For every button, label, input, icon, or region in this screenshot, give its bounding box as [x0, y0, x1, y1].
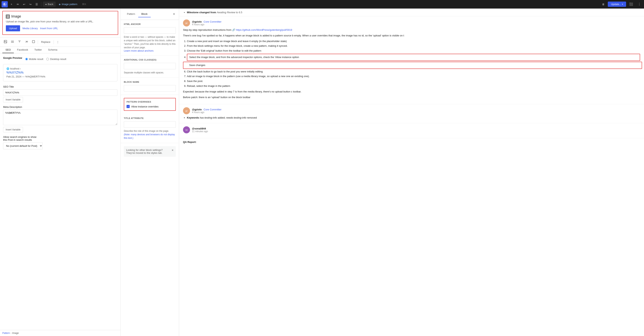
link-button[interactable] — [23, 39, 30, 45]
image-icon — [6, 14, 10, 18]
block-notice-close-button[interactable]: × — [172, 148, 174, 152]
seo-tabs: SEO Facebook Twitter Schema — [0, 47, 120, 53]
wp-logo[interactable] — [2, 1, 8, 8]
image-tool-button[interactable] — [2, 39, 8, 45]
block-settings-notice: Looking for other block settings? They'v… — [124, 146, 176, 157]
back-arrow-icon: ◂ — [45, 3, 46, 6]
left-panel: Image Upload an image file, pick one fro… — [0, 8, 121, 336]
toolbar-right: 🖥 Update... ▾ ⬛ ⋮ — [600, 1, 642, 7]
comments-panel: Milestone changed from Awaiting Review t… — [179, 8, 644, 336]
search-engine-select[interactable]: No (current default for Post) Yes No — [3, 142, 43, 149]
comment-2-avatar: gz — [183, 107, 190, 114]
html-anchor-input[interactable] — [124, 27, 176, 34]
comment-2-role: Core Committer — [204, 108, 222, 111]
list-view-button[interactable]: ☰ — [34, 2, 40, 7]
milestone-text: Milestone changed from Awaiting Review t… — [187, 11, 242, 14]
github-link[interactable]: 🔗 https://github.com/WordPress/gutenberg… — [232, 28, 292, 31]
step-1: Create a new post and insert an image bl… — [187, 39, 640, 44]
back-button[interactable]: ◂ Back — [43, 2, 56, 7]
panel-close-button[interactable]: × — [172, 11, 176, 17]
image-block-description: Upload an image file, pick one from your… — [6, 20, 115, 23]
meta-insert-variable-button[interactable]: Insert Variable — [3, 127, 23, 132]
redo-button[interactable]: ↪ — [28, 2, 33, 7]
panel-tabs: Pattern Block — [124, 11, 151, 17]
list-icon: ☰ — [36, 3, 38, 6]
comment-3-meta: @sonali844 11 minutes ago — [192, 127, 208, 133]
allow-overrides-label: Allow instance overrides — [131, 105, 158, 108]
image-block-header: Image — [6, 14, 115, 18]
comment-1-avatar: gz — [183, 20, 190, 26]
comment-1-role: Core Committer — [204, 20, 222, 23]
breadcrumb: Pattern › Image — [0, 330, 120, 336]
step-8: Save the post. — [187, 79, 640, 83]
seo-title-label: SEO Title — [3, 85, 118, 88]
tab-seo[interactable]: SEO — [2, 47, 14, 53]
block-toolbar: Replace ⋮ — [0, 37, 120, 47]
keyword-update-item: Keywords has-testing-info added; needs-t… — [187, 116, 640, 120]
keyboard-shortcut: ⌘K — [82, 3, 86, 6]
block-name-input[interactable] — [124, 85, 176, 92]
tab-facebook[interactable]: Facebook — [14, 47, 31, 53]
text-button[interactable] — [16, 39, 22, 45]
title-attribute-title: TITLE ATTRIBUTE — [124, 117, 176, 119]
media-library-button[interactable]: Media Library — [22, 27, 38, 30]
search-engine-label: Allow search engines to show this Post i… — [3, 136, 118, 141]
seo-content: Google Preview Mobile result Desktop res… — [0, 53, 120, 330]
breadcrumb-current: Image — [12, 332, 19, 334]
google-preview-title: %%XYZ%% — [6, 71, 114, 74]
undo-button[interactable]: ↩ — [22, 2, 27, 7]
seo-title-field: SEO Title Insert Variable — [3, 85, 118, 102]
globe-icon: 🌐 — [6, 67, 9, 70]
more-block-options-button[interactable]: ⋮ — [55, 39, 61, 45]
edit-button[interactable]: ✏ — [15, 2, 21, 7]
allow-overrides-row: ✓ Allow instance overrides — [126, 105, 173, 108]
svg-rect-7 — [32, 40, 35, 43]
google-preview-box: 🌐 localhost › %%XYZ%% Feb 21, 2024 — %%Q… — [3, 64, 118, 81]
tab-twitter[interactable]: Twitter — [31, 47, 45, 53]
more-options-button[interactable]: ⋮ — [636, 1, 642, 7]
step-3: Choose the 'Edit original' button from t… — [187, 49, 640, 53]
breadcrumb-pattern-link[interactable]: Pattern — [2, 332, 10, 334]
add-button[interactable]: ＋ — [8, 1, 14, 7]
monitor-icon: 🖥 — [602, 3, 605, 6]
title-attribute-note-link[interactable]: (Note: many devices and browsers do not … — [124, 133, 175, 140]
mobile-radio-option[interactable]: Mobile result — [25, 58, 44, 60]
comment-2: gz @gziolo Core Committer 4 hours ago Ke… — [179, 104, 644, 123]
comment-1-body: Step-by-step reproduction instructions f… — [183, 28, 640, 99]
align-button[interactable] — [9, 39, 16, 45]
block-notice-text: Looking for other block settings? They'v… — [126, 148, 172, 154]
seo-insert-variable-button[interactable]: Insert Variable — [3, 97, 23, 102]
svg-point-4 — [5, 41, 5, 42]
comment-1: gz @gziolo Core Committer 4 hours ago St… — [179, 16, 644, 104]
tab-pattern[interactable]: Pattern — [124, 11, 138, 17]
google-preview-title: Google Preview — [3, 56, 22, 59]
checkmark-icon: ✓ — [127, 105, 129, 108]
upload-button[interactable]: Upload — [6, 25, 20, 31]
mobile-radio[interactable] — [25, 58, 28, 60]
view-button[interactable]: 🖥 — [600, 2, 606, 7]
css-classes-title: ADDITIONAL CSS CLASS(ES) — [124, 58, 176, 61]
svg-point-2 — [7, 16, 8, 16]
meta-description-input[interactable]: %%QWERTY%% — [3, 110, 118, 125]
meta-description-label: Meta Description — [3, 106, 118, 108]
tab-schema[interactable]: Schema — [45, 47, 60, 53]
expand-button[interactable] — [30, 39, 36, 45]
replace-button[interactable]: Replace — [39, 39, 52, 44]
learn-anchors-link[interactable]: Learn more about anchors — [124, 49, 154, 52]
insert-from-url-button[interactable]: Insert from URL — [40, 27, 58, 30]
allow-overrides-checkbox[interactable]: ✓ — [126, 105, 130, 108]
pattern-button[interactable]: ◈ Image pattern — [56, 2, 80, 7]
seo-title-input[interactable] — [3, 89, 118, 96]
tab-block[interactable]: Block — [138, 11, 151, 17]
title-attribute-input[interactable] — [124, 121, 176, 128]
desktop-radio[interactable] — [46, 58, 49, 60]
undo-icon: ↩ — [23, 3, 25, 6]
google-preview-url: 🌐 localhost › — [6, 67, 114, 70]
toggle-sidebar-button[interactable]: ⬛ — [628, 1, 635, 7]
css-classes-input[interactable] — [124, 63, 176, 69]
chevron-down-icon: ▾ — [622, 3, 623, 5]
update-button[interactable]: Update... ▾ — [608, 2, 626, 7]
svg-rect-3 — [4, 40, 7, 43]
desktop-radio-option[interactable]: Desktop result — [46, 58, 66, 60]
pattern-icon: ◈ — [59, 3, 60, 6]
